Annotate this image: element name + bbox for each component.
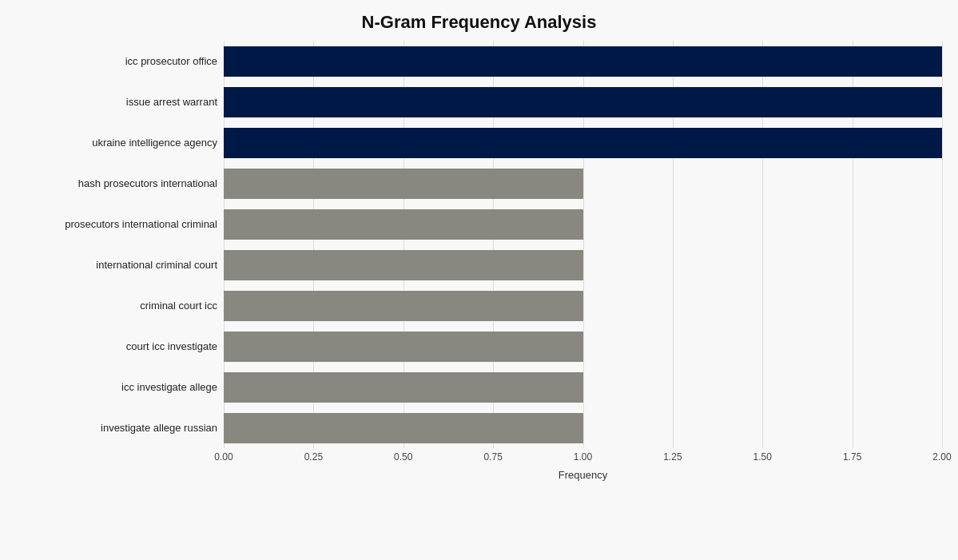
bar-fill: [224, 209, 583, 240]
bar-row: ukraine intelligence agency: [16, 122, 942, 163]
bar-track: [224, 413, 942, 443]
x-axis-title: Frequency: [16, 469, 942, 481]
bar-track: [224, 128, 942, 158]
bar-row: international criminal court: [16, 244, 942, 285]
chart-title: N-Gram Frequency Analysis: [16, 8, 942, 33]
bar-fill: [224, 128, 942, 158]
bar-row: prosecutors international criminal: [16, 204, 942, 244]
bar-track: [224, 291, 942, 321]
bar-label: icc prosecutor office: [16, 55, 224, 67]
bar-track: [224, 372, 942, 403]
bar-row: criminal court icc: [16, 285, 942, 326]
bar-fill: [224, 250, 583, 280]
bar-label: prosecutors international criminal: [16, 218, 224, 230]
x-tick-label: 0.75: [483, 451, 502, 463]
bar-fill: [224, 169, 583, 199]
bar-track: [224, 46, 942, 77]
bar-row: investigate allege russian: [16, 407, 942, 448]
bar-fill: [224, 413, 583, 443]
bars-section: icc prosecutor officeissue arrest warran…: [16, 41, 942, 448]
bar-row: issue arrest warrant: [16, 81, 942, 122]
bar-label: hash prosecutors international: [16, 177, 224, 189]
bar-label: criminal court icc: [16, 300, 224, 312]
x-tick-label: 1.25: [663, 451, 682, 463]
bar-fill: [224, 332, 583, 362]
bar-track: [224, 332, 942, 362]
bar-row: hash prosecutors international: [16, 163, 942, 204]
x-tick-label: 2.00: [932, 451, 951, 463]
bar-track: [224, 250, 942, 280]
bar-label: issue arrest warrant: [16, 96, 224, 108]
grid-line: [942, 41, 943, 448]
x-tick-label: 0.50: [394, 451, 412, 463]
bar-track: [224, 87, 942, 117]
x-tick-label: 1.50: [753, 451, 772, 463]
bar-track: [224, 169, 942, 199]
bar-row: icc prosecutor office: [16, 41, 942, 81]
chart-container: N-Gram Frequency Analysis icc prosecutor…: [0, 0, 958, 560]
bar-label: ukraine intelligence agency: [16, 137, 224, 149]
bar-label: icc investigate allege: [16, 381, 224, 393]
x-axis-container: 0.000.250.500.751.001.251.501.752.00: [16, 451, 942, 467]
chart-area: icc prosecutor officeissue arrest warran…: [16, 41, 942, 481]
bar-row: icc investigate allege: [16, 367, 942, 407]
bar-fill: [224, 46, 942, 77]
x-tick-label: 1.00: [574, 451, 592, 463]
x-tick-label: 0.25: [304, 451, 323, 463]
bar-label: investigate allege russian: [16, 422, 224, 434]
x-axis-track: 0.000.250.500.751.001.251.501.752.00: [224, 451, 942, 467]
bar-fill: [224, 291, 583, 321]
bar-track: [224, 209, 942, 240]
x-tick-label: 1.75: [843, 451, 861, 463]
bar-fill: [224, 372, 583, 403]
bar-label: international criminal court: [16, 259, 224, 271]
x-tick-label: 0.00: [214, 451, 233, 463]
bar-fill: [224, 87, 942, 117]
bar-row: court icc investigate: [16, 326, 942, 367]
bar-label: court icc investigate: [16, 340, 224, 352]
